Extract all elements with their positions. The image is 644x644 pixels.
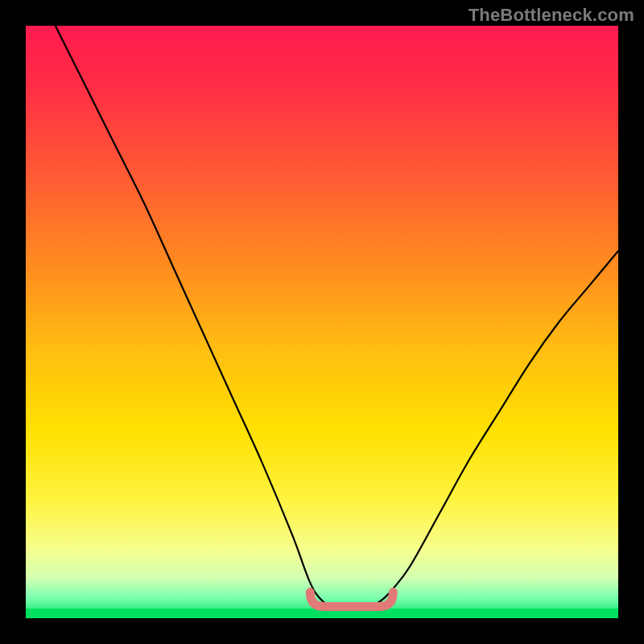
watermark-text: TheBottleneck.com	[469, 5, 634, 26]
chart-frame: TheBottleneck.com	[0, 0, 644, 644]
gradient-background	[26, 26, 618, 618]
bottleneck-chart	[26, 26, 618, 618]
plot-area	[26, 26, 618, 618]
